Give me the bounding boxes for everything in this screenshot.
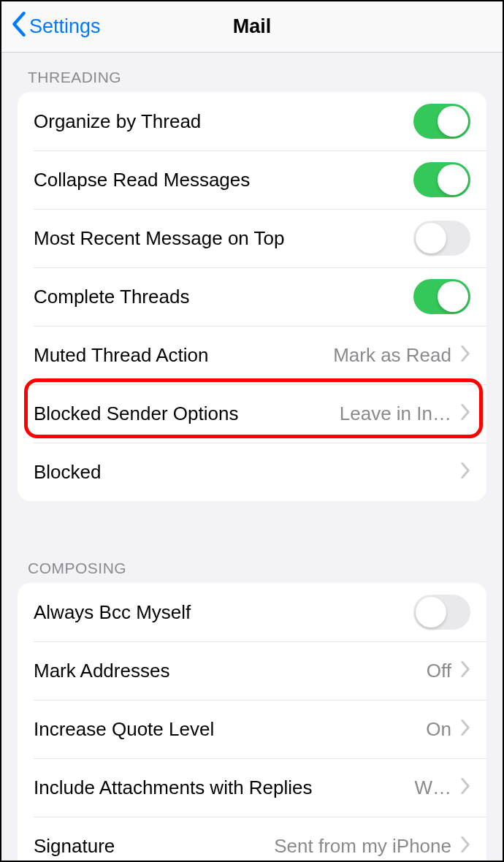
row-signature[interactable]: Signature Sent from my iPhone	[18, 817, 486, 862]
toggle-always-bcc-myself[interactable]	[413, 595, 470, 630]
row-mark-addresses[interactable]: Mark Addresses Off	[18, 641, 486, 700]
chevron-right-icon	[460, 346, 470, 365]
back-label: Settings	[29, 15, 101, 38]
section-header-threading: THREADING	[1, 53, 503, 92]
row-muted-thread-action[interactable]: Muted Thread Action Mark as Read	[18, 326, 486, 384]
row-increase-quote-level[interactable]: Increase Quote Level On	[18, 700, 486, 758]
nav-bar: Settings Mail	[1, 1, 503, 53]
row-organize-by-thread[interactable]: Organize by Thread	[18, 92, 486, 150]
row-collapse-read-messages[interactable]: Collapse Read Messages	[18, 150, 486, 209]
row-include-attachments-with-replies[interactable]: Include Attachments with Replies W…	[18, 758, 486, 817]
row-value: On	[426, 718, 451, 741]
chevron-right-icon	[460, 720, 470, 739]
chevron-right-icon	[460, 778, 470, 797]
chevron-right-icon	[460, 661, 470, 680]
group-threading: Organize by Thread Collapse Read Message…	[18, 92, 486, 501]
row-value: Leave in In…	[340, 403, 451, 425]
row-label: Always Bcc Myself	[34, 601, 191, 624]
row-most-recent-on-top[interactable]: Most Recent Message on Top	[18, 209, 486, 267]
row-label: Include Attachments with Replies	[34, 777, 313, 799]
row-value: Off	[427, 660, 451, 682]
row-label: Signature	[34, 835, 115, 858]
row-label: Organize by Thread	[34, 110, 201, 133]
toggle-most-recent-on-top[interactable]	[413, 221, 470, 256]
group-composing: Always Bcc Myself Mark Addresses Off Inc…	[18, 583, 486, 862]
row-value: W…	[414, 777, 451, 799]
row-label: Blocked Sender Options	[34, 403, 238, 425]
back-button[interactable]: Settings	[1, 12, 101, 42]
row-label: Collapse Read Messages	[34, 169, 250, 191]
row-label: Muted Thread Action	[34, 344, 208, 367]
row-value: Sent from my iPhone	[274, 835, 451, 858]
chevron-left-icon	[12, 12, 29, 42]
chevron-right-icon	[460, 462, 470, 481]
chevron-right-icon	[460, 836, 470, 855]
row-always-bcc-myself[interactable]: Always Bcc Myself	[18, 583, 486, 641]
row-label: Complete Threads	[34, 286, 189, 308]
row-blocked[interactable]: Blocked	[18, 443, 486, 501]
row-complete-threads[interactable]: Complete Threads	[18, 267, 486, 326]
toggle-complete-threads[interactable]	[413, 279, 470, 314]
section-header-composing: COMPOSING	[1, 543, 503, 583]
row-value: Mark as Read	[333, 344, 451, 367]
chevron-right-icon	[460, 404, 470, 423]
row-label: Blocked	[34, 461, 102, 484]
row-label: Increase Quote Level	[34, 718, 214, 741]
row-label: Mark Addresses	[34, 660, 169, 682]
row-blocked-sender-options[interactable]: Blocked Sender Options Leave in In…	[18, 384, 486, 443]
toggle-collapse-read-messages[interactable]	[413, 162, 470, 197]
toggle-organize-by-thread[interactable]	[413, 104, 470, 139]
row-label: Most Recent Message on Top	[34, 227, 284, 250]
